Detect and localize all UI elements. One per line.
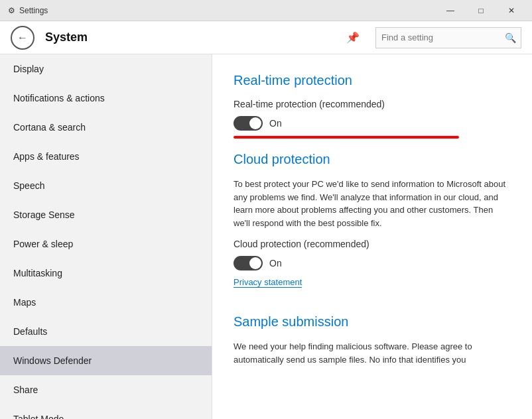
title-bar-controls: — □ ✕ [435, 0, 527, 21]
cloud-toggle-knob [249, 257, 261, 269]
realtime-setting-label: Real-time protection (recommended) [233, 99, 511, 109]
sample-title: Sample submission [233, 314, 511, 329]
sidebar-item-cortana[interactable]: Cortana & search [0, 113, 212, 142]
realtime-title: Real-time protection [233, 73, 511, 88]
content-area: Real-time protection Real-time protectio… [212, 54, 532, 419]
sample-section: Sample submission We need your help find… [233, 314, 511, 366]
search-input[interactable] [376, 32, 499, 42]
sidebar-item-maps[interactable]: Maps [0, 288, 212, 317]
search-box: 🔍 [375, 27, 521, 48]
cloud-toggle[interactable] [233, 256, 263, 270]
sidebar-item-apps[interactable]: Apps & features [0, 142, 212, 171]
sidebar-item-defender[interactable]: Windows Defender [0, 346, 212, 375]
annotation-underline [233, 136, 459, 139]
maximize-button[interactable]: □ [466, 0, 496, 21]
main-layout: Display Notifications & actions Cortana … [0, 54, 532, 419]
sidebar-item-defaults[interactable]: Defaults [0, 317, 212, 346]
cloud-title: Cloud protection [233, 152, 511, 167]
pin-icon[interactable]: 📌 [346, 31, 360, 44]
title-bar-title: ⚙ Settings [8, 6, 48, 15]
minimize-button[interactable]: — [435, 0, 466, 21]
title-bar: ⚙ Settings — □ ✕ [0, 0, 532, 21]
realtime-section: Real-time protection Real-time protectio… [233, 73, 511, 139]
cloud-toggle-label: On [269, 258, 282, 269]
sidebar: Display Notifications & actions Cortana … [0, 54, 212, 419]
sidebar-item-notifications[interactable]: Notifications & actions [0, 84, 212, 113]
back-icon: ← [17, 32, 28, 44]
search-icon[interactable]: 🔍 [499, 27, 521, 48]
app-title: System [45, 30, 336, 44]
sidebar-item-tablet[interactable]: Tablet Mode [0, 404, 212, 419]
privacy-link[interactable]: Privacy statement [233, 277, 302, 288]
cloud-toggle-row: On [233, 256, 511, 270]
realtime-toggle-label: On [269, 118, 282, 129]
cloud-section: Cloud protection To best protect your PC… [233, 152, 511, 301]
sample-body-text: We need your help finding malicious soft… [233, 340, 511, 366]
realtime-toggle-row: On [233, 116, 511, 131]
sidebar-item-storage[interactable]: Storage Sense [0, 200, 212, 229]
sidebar-item-multitasking[interactable]: Multitasking [0, 259, 212, 288]
realtime-toggle[interactable] [233, 116, 263, 131]
app-header: ← System 📌 🔍 [0, 21, 532, 54]
realtime-toggle-knob [249, 117, 261, 129]
sidebar-item-share[interactable]: Share [0, 375, 212, 404]
sidebar-item-display[interactable]: Display [0, 54, 212, 84]
title-bar-text: Settings [19, 6, 48, 15]
sidebar-item-power[interactable]: Power & sleep [0, 229, 212, 259]
cloud-setting-label: Cloud protection (recommended) [233, 239, 511, 249]
back-button[interactable]: ← [11, 26, 34, 50]
sidebar-item-speech[interactable]: Speech [0, 171, 212, 200]
settings-icon: ⚙ [8, 6, 15, 15]
cloud-body-text: To best protect your PC we'd like to sen… [233, 178, 511, 229]
close-button[interactable]: ✕ [496, 0, 527, 21]
